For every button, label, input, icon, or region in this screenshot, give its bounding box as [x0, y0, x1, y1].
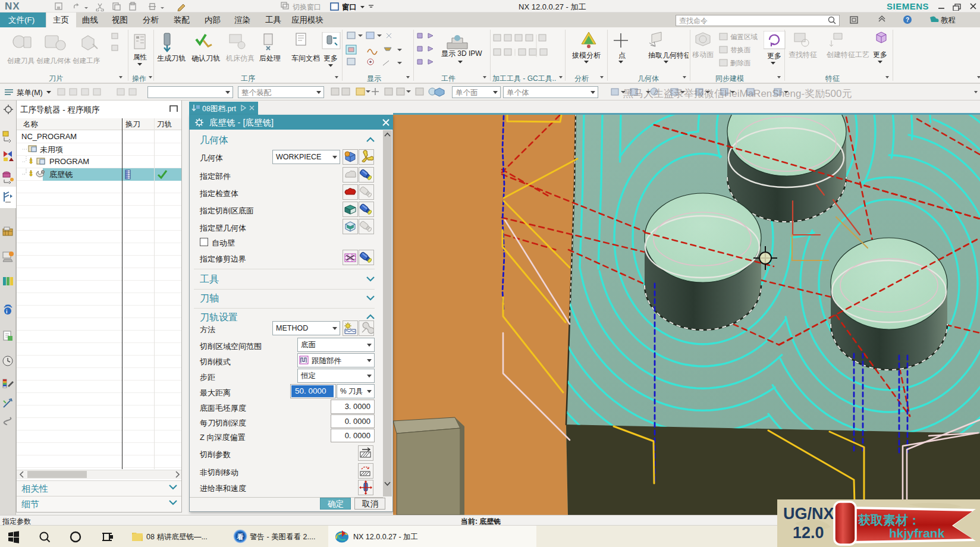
svg-text:车间文档: 车间文档 [291, 54, 320, 62]
svg-text:更多: 更多 [323, 54, 338, 62]
svg-text:移动面: 移动面 [692, 51, 714, 59]
svg-text:更多: 更多 [767, 52, 781, 60]
svg-text:hkjyfrank: hkjyfrank [889, 526, 945, 540]
svg-text:查找特征: 查找特征 [789, 51, 817, 59]
svg-text:点: 点 [618, 51, 626, 59]
svg-text:12.0: 12.0 [793, 524, 824, 542]
svg-text:看: 看 [237, 533, 244, 540]
svg-text:确认刀轨: 确认刀轨 [191, 54, 220, 62]
svg-text:切换窗口: 切换窗口 [292, 3, 321, 11]
svg-text:拔模分析: 拔模分析 [572, 51, 601, 59]
svg-text:i: i [6, 309, 8, 315]
svg-text:替换面: 替换面 [730, 46, 751, 54]
svg-text:删除面: 删除面 [730, 59, 751, 67]
svg-text:机床仿真: 机床仿真 [225, 54, 255, 62]
svg-text:?: ? [906, 17, 909, 23]
svg-text:显示 3D IPW: 显示 3D IPW [441, 49, 482, 58]
svg-text:创建刀具 创建几何体 创建工序: 创建刀具 创建几何体 创建工序 [7, 57, 100, 65]
svg-text:创建特征工艺: 创建特征工艺 [826, 51, 869, 59]
svg-text:属性: 属性 [133, 54, 147, 61]
svg-text:后处理: 后处理 [259, 54, 281, 62]
svg-text:偏置区域: 偏置区域 [730, 33, 758, 40]
svg-text:窗口: 窗口 [342, 3, 357, 11]
svg-text:菜单(M): 菜单(M) [17, 89, 43, 97]
svg-text:更多: 更多 [873, 51, 887, 59]
svg-text:生成刀轨: 生成刀轨 [157, 54, 186, 62]
svg-text:教程: 教程 [941, 16, 956, 24]
svg-text:获取素材：: 获取素材： [857, 513, 921, 527]
svg-text:抽取几何特征: 抽取几何特征 [648, 51, 689, 59]
svg-text:UG/NX: UG/NX [783, 505, 834, 523]
